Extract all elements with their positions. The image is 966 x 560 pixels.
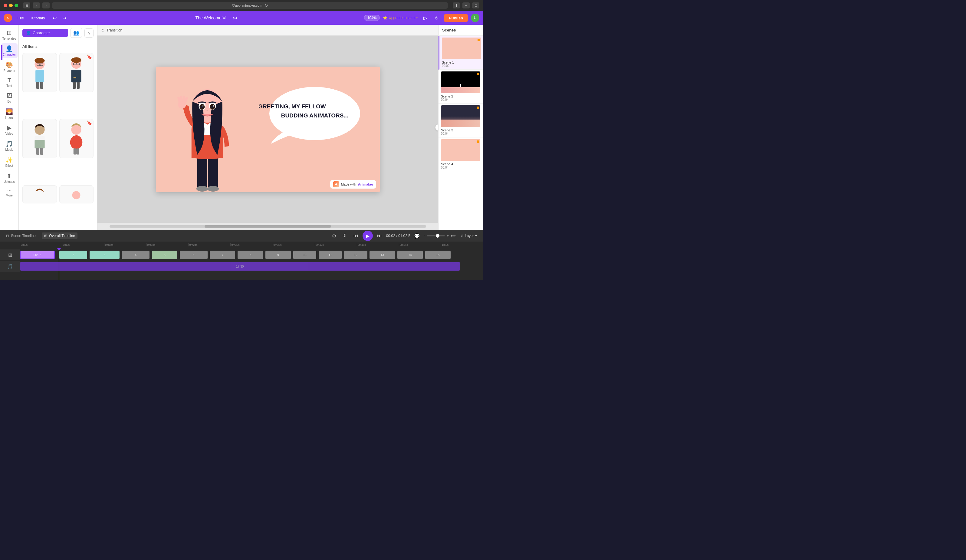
expand-icon: ⤡	[87, 31, 91, 35]
file-menu[interactable]: File	[15, 15, 26, 21]
sidebar-item-music[interactable]: 🎵 Music	[1, 138, 18, 153]
more-icon: ⋯	[7, 188, 12, 193]
title-text: The Welcome Vi...	[196, 15, 230, 20]
character-card-6[interactable]	[59, 185, 94, 204]
playhead[interactable]: 00:02	[59, 248, 59, 280]
character-card-5[interactable]	[22, 185, 57, 204]
tutorials-menu[interactable]: Tutorials	[28, 15, 47, 21]
zoom-out-icon[interactable]: -	[424, 234, 425, 238]
track-clip-15[interactable]: 15	[425, 251, 451, 259]
tabs-btn[interactable]: ⊡	[472, 2, 480, 8]
sidebar-item-effect[interactable]: ✨ Effect	[1, 154, 18, 169]
app: A File Tutorials ↩ ↪ The Welcome Vi... 🏷…	[0, 11, 483, 280]
maximize-traffic-light[interactable]	[15, 3, 18, 7]
reload-icon[interactable]: ↻	[264, 3, 268, 8]
character-card-2[interactable]: 🔖	[59, 53, 94, 92]
scene-item-4[interactable]: Scene 4 00:04	[439, 138, 483, 171]
scene-item-3[interactable]: Scene 3 00:04	[439, 103, 483, 138]
scene-corner-icon-2	[476, 73, 479, 75]
publish-btn[interactable]: Publish	[444, 14, 468, 22]
svg-point-13	[71, 57, 81, 62]
track-clip-2[interactable]: 2	[59, 251, 87, 259]
redo-btn[interactable]: ↪	[60, 14, 68, 22]
captions-btn[interactable]: 💬	[413, 232, 421, 240]
scene-3-wave	[441, 120, 480, 127]
svg-point-31	[196, 186, 208, 192]
sidebar-item-image[interactable]: 🌄 Image	[1, 106, 18, 121]
sidebar-item-more[interactable]: ⋯ More	[1, 186, 18, 199]
scrollbar-thumb[interactable]	[205, 225, 331, 228]
character-card-1[interactable]	[22, 53, 57, 92]
watermark: A Made with Animaker	[330, 180, 376, 189]
sidebar-item-character[interactable]: 👤 Character	[1, 43, 18, 58]
character-card-3[interactable]	[22, 119, 57, 158]
scene-item-1[interactable]: Scene 1 00:02	[439, 36, 483, 70]
sidebar-item-templates[interactable]: ⊞ Templates	[1, 27, 18, 42]
track-clip-9[interactable]: 9	[265, 251, 291, 259]
edit-title-icon[interactable]: 🏷	[233, 15, 237, 20]
track-clip-10[interactable]: 10	[293, 251, 317, 259]
track-clip-13[interactable]: 13	[370, 251, 395, 259]
close-traffic-light[interactable]	[3, 3, 7, 7]
user-avatar[interactable]: U	[471, 14, 480, 22]
svg-text:GREETING, MY FELLOW: GREETING, MY FELLOW	[259, 103, 326, 110]
overall-timeline-icon: ⊞	[44, 234, 47, 238]
ruler-mark-9: 0m54s	[399, 243, 441, 246]
zoom-control[interactable]: 104%	[364, 15, 380, 21]
track-clip-6[interactable]: 6	[180, 251, 208, 259]
skip-back-btn[interactable]: ⏮	[352, 232, 360, 240]
track-clip-3[interactable]: 3	[90, 251, 120, 259]
scene-timeline-tab[interactable]: ⊡ Scene Timeline	[3, 233, 38, 239]
fullscreen-panel-btn[interactable]: ⤡	[84, 28, 94, 38]
track-clip-4[interactable]: 4	[122, 251, 150, 259]
share-btn[interactable]: ⎋	[432, 14, 441, 22]
transition-btn[interactable]: ↻ Transition	[101, 28, 122, 33]
zoom-slider[interactable]	[427, 235, 445, 236]
address-bar[interactable]: 🛡 app.animaker.com ↻	[52, 2, 448, 9]
upgrade-btn[interactable]: ⭐ Upgrade to starter	[383, 16, 418, 20]
track-clip-11[interactable]: 11	[319, 251, 342, 259]
topbar-menu: File Tutorials	[15, 15, 47, 21]
forward-btn[interactable]: ›	[43, 2, 49, 8]
scene-label-3: Scene 3	[441, 128, 481, 132]
track-clip-14[interactable]: 14	[398, 251, 423, 259]
play-preview-btn[interactable]: ▷	[421, 14, 429, 22]
sidebar-item-video[interactable]: ▶ Video	[1, 122, 18, 137]
expand-timeline-icon[interactable]: ⟺	[451, 234, 456, 238]
back-btn[interactable]: ‹	[33, 2, 40, 8]
canvas-character[interactable]	[174, 77, 241, 192]
scene-timeline-icon: ⊡	[6, 234, 9, 238]
sidebar-toggle-btn[interactable]: ⊟	[23, 2, 30, 8]
watermark-logo: A	[333, 181, 339, 187]
shield-icon: 🛡	[232, 3, 235, 7]
video-icon: ▶	[7, 124, 12, 131]
audio-track-clip[interactable]: 17:30	[20, 262, 460, 271]
new-tab-btn[interactable]: +	[462, 2, 470, 8]
sidebar-item-property[interactable]: 🎨 Property	[1, 59, 18, 74]
scenes-header: Scenes	[439, 25, 483, 36]
share-btn[interactable]: ⬆	[453, 2, 460, 8]
track-clip-5[interactable]: 5	[152, 251, 177, 259]
play-btn[interactable]: ▶	[363, 231, 373, 241]
overall-timeline-label: Overall Timeline	[49, 234, 75, 238]
canvas-horizontal-scrollbar[interactable]	[110, 225, 426, 228]
mic-btn[interactable]: 🎙	[341, 232, 349, 240]
layer-btn[interactable]: ⊕ Layer ▾	[458, 233, 480, 239]
minimize-traffic-light[interactable]	[9, 3, 13, 7]
skip-forward-btn[interactable]: ⏭	[375, 232, 384, 240]
track-clip-7[interactable]: 7	[210, 251, 235, 259]
track-clip-8[interactable]: 8	[238, 251, 263, 259]
camera-settings-btn[interactable]: ⚙	[330, 232, 338, 240]
scene-item-2[interactable]: Scene 2 00:04	[439, 70, 483, 103]
undo-btn[interactable]: ↩	[50, 14, 59, 22]
sidebar-item-text[interactable]: T Text	[1, 76, 18, 89]
sidebar-item-bg[interactable]: 🖼 Bg	[1, 90, 18, 105]
sidebar-item-uploads[interactable]: ⬆ Uploads	[1, 171, 18, 185]
character-mode-btn[interactable]: 👤 Character	[22, 29, 68, 37]
group-mode-btn[interactable]: 👥	[71, 28, 82, 38]
character-card-4[interactable]: 🔖	[59, 119, 94, 158]
overall-timeline-tab[interactable]: ⊞ Overall Timeline	[42, 233, 77, 239]
track-clip-1[interactable]: 00:02	[20, 251, 55, 259]
zoom-in-icon[interactable]: +	[447, 234, 449, 238]
track-clip-12[interactable]: 12	[344, 251, 367, 259]
